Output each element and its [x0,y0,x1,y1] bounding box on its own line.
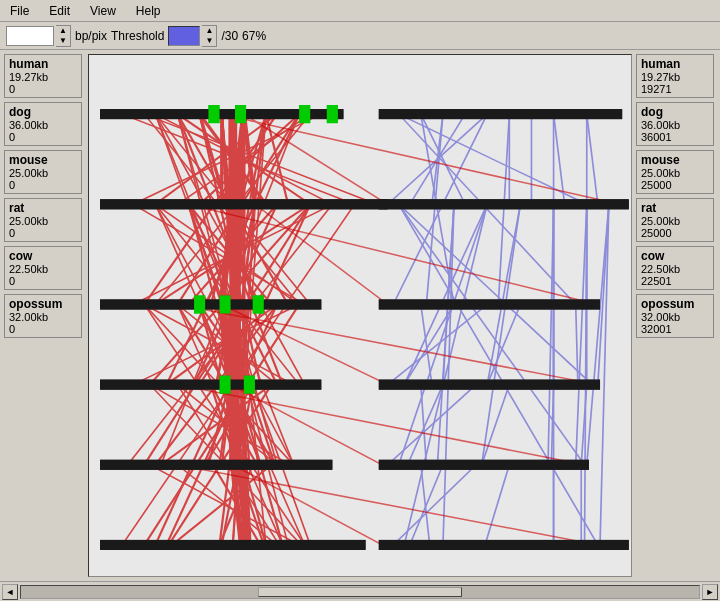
threshold-spinner: 20 ▲ ▼ [168,25,217,47]
horizontal-scrollbar[interactable]: ◄ ► [0,581,720,601]
left-rat-size: 25.00kb [9,215,77,227]
center-visualization[interactable] [88,54,632,577]
right-human-count: 19271 [641,83,709,95]
right-rat-count: 25000 [641,227,709,239]
threshold-suffix: /30 [221,29,238,43]
svg-rect-206 [379,380,600,390]
right-organism-cow: cow 22.50kb 22501 [636,246,714,290]
scroll-right-button[interactable]: ► [702,584,718,600]
left-opossum-name: opossum [9,297,77,311]
left-mouse-name: mouse [9,153,77,167]
bppix-spinner: 60.09 ▲ ▼ [6,25,71,47]
scroll-left-button[interactable]: ◄ [2,584,18,600]
left-dog-name: dog [9,105,77,119]
menu-view[interactable]: View [84,2,122,20]
right-organism-opossum: opossum 32.00kb 32001 [636,294,714,338]
svg-line-176 [393,465,476,545]
right-human-name: human [641,57,709,71]
svg-rect-205 [244,376,255,394]
threshold-input[interactable]: 20 [168,26,200,46]
right-cow-size: 22.50kb [641,263,709,275]
right-dog-count: 36001 [641,131,709,143]
svg-rect-199 [194,295,205,313]
right-organism-human: human 19.27kb 19271 [636,54,714,98]
right-mouse-count: 25000 [641,179,709,191]
menu-edit[interactable]: Edit [43,2,76,20]
scrollbar-track[interactable] [20,585,700,599]
svg-rect-207 [100,460,332,470]
left-organism-cow: cow 22.50kb 0 [4,246,82,290]
left-organism-opossum: opossum 32.00kb 0 [4,294,82,338]
svg-rect-209 [100,540,365,550]
left-human-name: human [9,57,77,71]
svg-line-133 [587,114,598,204]
svg-rect-204 [220,376,231,394]
svg-line-156 [443,204,454,545]
left-organism-dog: dog 36.00kb 0 [4,102,82,146]
main-area: human 19.27kb 0 dog 36.00kb 0 mouse 25.0… [0,50,720,601]
svg-rect-208 [379,460,589,470]
svg-rect-202 [379,299,600,309]
threshold-spinner-buttons: ▲ ▼ [202,25,217,47]
svg-rect-200 [220,295,231,313]
bppix-up-button[interactable]: ▲ [56,26,70,36]
svg-line-180 [244,114,388,204]
svg-rect-192 [235,105,246,123]
svg-rect-197 [379,199,629,209]
left-dog-size: 36.00kb [9,119,77,131]
visualization-svg [89,55,631,576]
svg-line-167 [576,304,578,384]
left-opossum-size: 32.00kb [9,311,77,323]
threshold-percent: 67% [242,29,266,43]
left-opossum-count: 0 [9,323,77,335]
right-dog-size: 36.00kb [641,119,709,131]
threshold-up-button[interactable]: ▲ [202,26,216,36]
svg-line-144 [487,204,520,384]
right-organism-mouse: mouse 25.00kb 25000 [636,150,714,194]
left-rat-count: 0 [9,227,77,239]
left-organism-mouse: mouse 25.00kb 0 [4,150,82,194]
right-cow-count: 22501 [641,275,709,287]
right-dog-name: dog [641,105,709,119]
left-mouse-count: 0 [9,179,77,191]
right-opossum-size: 32.00kb [641,311,709,323]
left-rat-name: rat [9,201,77,215]
right-opossum-name: opossum [641,297,709,311]
left-organism-human: human 19.27kb 0 [4,54,82,98]
right-cow-name: cow [641,249,709,263]
menu-help[interactable]: Help [130,2,167,20]
svg-line-170 [388,385,476,465]
right-mouse-size: 25.00kb [641,167,709,179]
svg-rect-191 [208,105,219,123]
left-human-size: 19.27kb [9,71,77,83]
content-area: human 19.27kb 0 dog 36.00kb 0 mouse 25.0… [0,50,720,581]
left-cow-count: 0 [9,275,77,287]
menu-file[interactable]: File [4,2,35,20]
right-human-size: 19.27kb [641,71,709,83]
left-organism-rat: rat 25.00kb 0 [4,198,82,242]
right-mouse-name: mouse [641,153,709,167]
svg-line-174 [421,465,430,545]
right-rat-name: rat [641,201,709,215]
left-panel: human 19.27kb 0 dog 36.00kb 0 mouse 25.0… [4,54,84,577]
left-cow-size: 22.50kb [9,263,77,275]
svg-line-129 [388,114,488,204]
bppix-down-button[interactable]: ▼ [56,36,70,46]
svg-rect-196 [100,199,388,209]
right-opossum-count: 32001 [641,323,709,335]
svg-rect-194 [327,105,338,123]
right-organism-rat: rat 25.00kb 25000 [636,198,714,242]
bppix-input[interactable]: 60.09 [6,26,54,46]
svg-rect-201 [253,295,264,313]
svg-rect-203 [100,380,321,390]
threshold-down-button[interactable]: ▼ [202,36,216,46]
bppix-spinner-buttons: ▲ ▼ [56,25,71,47]
bppix-label: bp/pix [75,29,107,43]
scrollbar-thumb[interactable] [258,587,461,597]
right-panel: human 19.27kb 19271 dog 36.00kb 36001 mo… [636,54,716,577]
svg-rect-210 [379,540,629,550]
svg-line-171 [482,385,510,465]
toolbar: 60.09 ▲ ▼ bp/pix Threshold 20 ▲ ▼ /30 67… [0,22,720,50]
right-organism-dog: dog 36.00kb 36001 [636,102,714,146]
left-human-count: 0 [9,83,77,95]
